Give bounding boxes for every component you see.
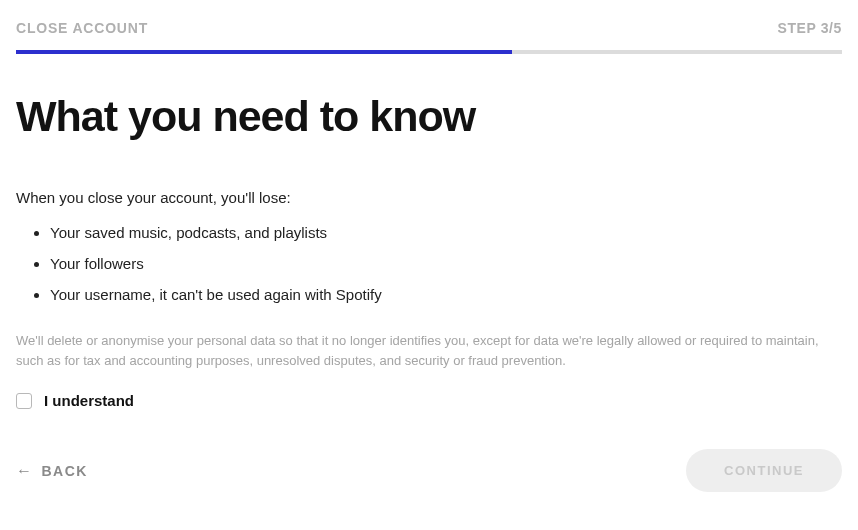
footer-row: ← BACK CONTINUE (16, 449, 842, 492)
header-row: CLOSE ACCOUNT STEP 3/5 (16, 20, 842, 36)
list-item: Your followers (50, 255, 842, 272)
list-item: Your saved music, podcasts, and playlist… (50, 224, 842, 241)
understand-checkbox-label[interactable]: I understand (44, 392, 134, 409)
page-title: What you need to know (16, 92, 842, 141)
understand-checkbox[interactable] (16, 393, 32, 409)
page-header-label: CLOSE ACCOUNT (16, 20, 148, 36)
intro-text: When you close your account, you'll lose… (16, 189, 842, 206)
list-item: Your username, it can't be used again wi… (50, 286, 842, 303)
back-button-label: BACK (42, 463, 88, 479)
arrow-left-icon: ← (16, 462, 34, 480)
continue-button[interactable]: CONTINUE (686, 449, 842, 492)
step-indicator: STEP 3/5 (778, 20, 842, 36)
progress-fill (16, 50, 512, 54)
lose-list: Your saved music, podcasts, and playlist… (16, 224, 842, 303)
progress-bar (16, 50, 842, 54)
understand-checkbox-row[interactable]: I understand (16, 392, 842, 409)
legal-text: We'll delete or anonymise your personal … (16, 331, 842, 370)
back-button[interactable]: ← BACK (16, 462, 88, 480)
